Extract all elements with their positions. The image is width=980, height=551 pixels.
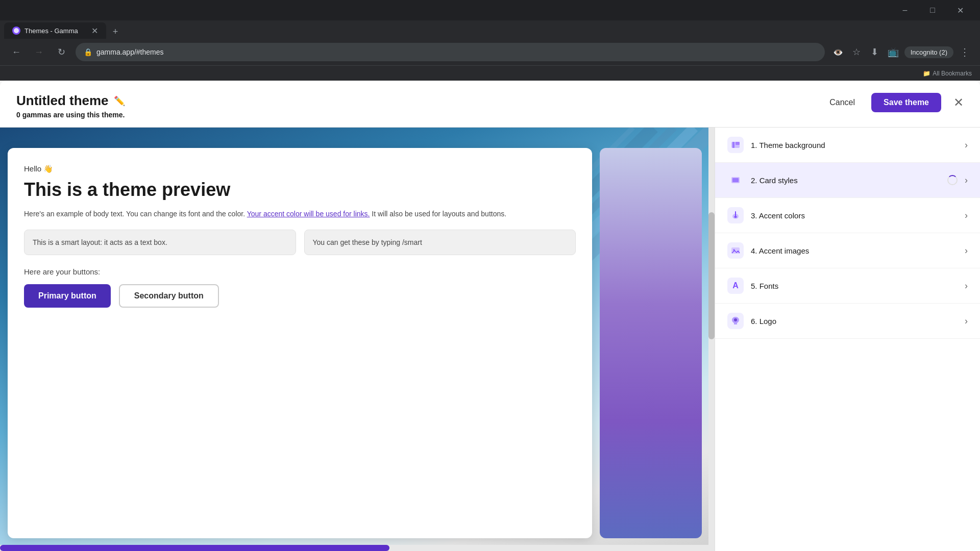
- chevron-icon-5: ›: [965, 281, 968, 291]
- loading-spinner: [947, 175, 958, 185]
- forward-btn[interactable]: →: [31, 44, 47, 60]
- preview-body: Here's an example of body text. You can …: [24, 208, 576, 219]
- sidebar-item-1-label: 1. Theme background: [751, 141, 958, 149]
- accent-images-icon: [727, 242, 744, 259]
- preview-buttons-label: Here are your buttons:: [24, 267, 576, 276]
- close-window-btn[interactable]: ✕: [948, 2, 972, 18]
- sidebar-item-2-label: 2. Card styles: [751, 176, 940, 185]
- card-styles-icon: [727, 172, 744, 188]
- theme-modal: Untitled theme ✏️ 0 gammas are using thi…: [0, 81, 980, 551]
- eye-off-icon[interactable]: 👁️: [831, 45, 845, 59]
- preview-link: Your accent color will be used for links…: [247, 210, 370, 218]
- modal-subtitle: 0 gammas are using this theme.: [16, 111, 125, 119]
- all-bookmarks-label: 📁 All Bookmarks: [923, 70, 972, 77]
- svg-rect-8: [736, 142, 740, 145]
- active-tab[interactable]: Themes - Gamma ✕: [4, 22, 106, 39]
- modal-title-section: Untitled theme ✏️ 0 gammas are using thi…: [16, 93, 125, 119]
- sidebar-item-card-styles[interactable]: 2. Card styles ›: [715, 163, 980, 198]
- accent-colors-icon: [727, 207, 744, 223]
- modal-title: Untitled theme ✏️: [16, 93, 125, 109]
- title-bar: – □ ✕: [0, 0, 980, 20]
- url-bar[interactable]: 🔒 gamma.app/#themes: [76, 43, 825, 61]
- modal-actions: Cancel Save theme ✕: [821, 93, 964, 112]
- theme-background-icon: [727, 137, 744, 153]
- reload-btn[interactable]: ↻: [53, 44, 69, 60]
- minimize-btn[interactable]: –: [893, 2, 917, 18]
- sidebar-item-accent-colors[interactable]: 3. Accent colors ›: [715, 198, 980, 233]
- smart-box-2: You can get these by typing /smart: [304, 230, 576, 255]
- sidebar-item-3-label: 3. Accent colors: [751, 211, 958, 220]
- tab-bar: Themes - Gamma ✕ +: [0, 20, 980, 39]
- tab-title: Themes - Gamma: [24, 27, 78, 35]
- browser-chrome: – □ ✕ Themes - Gamma ✕ + ← → ↻ 🔒 gamma.a…: [0, 0, 980, 81]
- sidebar-item-5-label: 5. Fonts: [751, 282, 958, 290]
- svg-rect-7: [732, 142, 734, 148]
- preview-scrollbar[interactable]: [708, 128, 715, 551]
- star-icon[interactable]: ☆: [849, 45, 864, 59]
- preview-primary-btn[interactable]: Primary button: [24, 284, 111, 308]
- menu-icon[interactable]: ⋮: [958, 45, 972, 59]
- fonts-icon: A: [727, 278, 744, 294]
- chevron-icon-1: ›: [965, 140, 968, 151]
- smart-box-1: This is a smart layout: it acts as a tex…: [24, 230, 296, 255]
- sidebar-item-4-label: 4. Accent images: [751, 246, 958, 255]
- app-container: Untitled theme ✏️ 0 gammas are using thi…: [0, 81, 980, 551]
- chevron-icon-3: ›: [965, 210, 968, 221]
- back-btn[interactable]: ←: [8, 44, 24, 60]
- preview-smart-layouts: This is a smart layout: it acts as a tex…: [24, 230, 576, 255]
- sidebar-item-logo[interactable]: 6. Logo ›: [715, 304, 980, 339]
- address-bar-actions: 👁️ ☆ ⬇ 📺 Incognito (2) ⋮: [831, 45, 972, 59]
- edit-icon[interactable]: ✏️: [114, 95, 125, 107]
- address-bar: ← → ↻ 🔒 gamma.app/#themes 👁️ ☆ ⬇ 📺 Incog…: [0, 39, 980, 65]
- cancel-button[interactable]: Cancel: [821, 94, 863, 111]
- cast-icon[interactable]: 📺: [886, 45, 900, 59]
- profile-btn[interactable]: Incognito (2): [904, 46, 953, 58]
- sidebar-item-6-label: 6. Logo: [751, 317, 958, 325]
- maximize-btn[interactable]: □: [921, 2, 944, 18]
- preview-heading: This is a theme preview: [24, 180, 576, 200]
- save-theme-button[interactable]: Save theme: [871, 93, 941, 112]
- sidebar-item-accent-images[interactable]: 4. Accent images ›: [715, 233, 980, 268]
- chevron-icon-2: ›: [965, 175, 968, 186]
- tab-close-btn[interactable]: ✕: [91, 26, 98, 36]
- preview-bottom-scrollbar[interactable]: [0, 545, 708, 551]
- modal-header: Untitled theme ✏️ 0 gammas are using thi…: [0, 81, 980, 128]
- preview-secondary-btn[interactable]: Secondary button: [119, 284, 219, 308]
- new-tab-btn[interactable]: +: [108, 24, 122, 39]
- svg-point-12: [734, 216, 737, 218]
- svg-rect-10: [732, 178, 739, 182]
- preview-buttons: Primary button Secondary button: [24, 284, 576, 308]
- preview-hello: Hello 👋: [24, 164, 576, 173]
- modal-body: Hello 👋 This is a theme preview Here's a…: [0, 128, 980, 551]
- sidebar-item-theme-background[interactable]: 1. Theme background ›: [715, 128, 980, 163]
- bookmarks-bar: 📁 All Bookmarks: [0, 65, 980, 81]
- chevron-icon-6: ›: [965, 316, 968, 327]
- logo-icon: [727, 313, 744, 329]
- preview-area: Hello 👋 This is a theme preview Here's a…: [0, 128, 715, 551]
- svg-point-0: [14, 28, 19, 33]
- modal-close-btn[interactable]: ✕: [953, 95, 964, 110]
- svg-point-15: [734, 318, 737, 321]
- theme-settings-sidebar: 1. Theme background › 2. Card styles ›: [715, 128, 980, 551]
- download-icon[interactable]: ⬇: [868, 45, 882, 59]
- sidebar-item-fonts[interactable]: A 5. Fonts ›: [715, 268, 980, 304]
- tab-favicon: [12, 27, 20, 35]
- url-text: gamma.app/#themes: [96, 48, 164, 56]
- chevron-icon-4: ›: [965, 245, 968, 256]
